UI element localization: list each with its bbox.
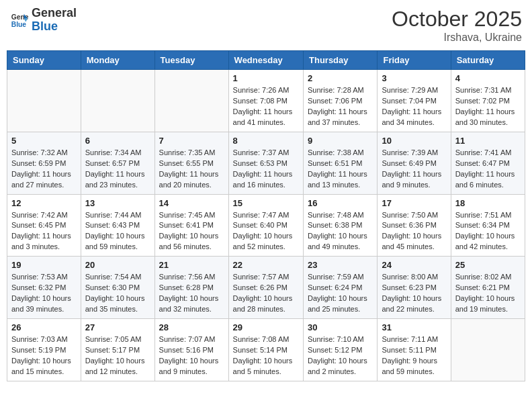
weekday-header-friday: Friday — [378, 51, 451, 70]
day-info: Sunrise: 7:50 AM Sunset: 6:36 PM Dayligh… — [382, 210, 446, 253]
weekday-header-saturday: Saturday — [451, 51, 525, 70]
day-info: Sunrise: 7:39 AM Sunset: 6:49 PM Dayligh… — [382, 148, 446, 191]
day-number: 16 — [308, 198, 373, 208]
day-info: Sunrise: 8:00 AM Sunset: 6:23 PM Dayligh… — [382, 272, 446, 315]
calendar-cell: 17Sunrise: 7:50 AM Sunset: 6:36 PM Dayli… — [378, 194, 451, 257]
weekday-header-thursday: Thursday — [304, 51, 378, 70]
day-number: 20 — [85, 260, 150, 270]
day-info: Sunrise: 7:48 AM Sunset: 6:38 PM Dayligh… — [308, 210, 373, 253]
calendar-cell: 8Sunrise: 7:37 AM Sunset: 6:53 PM Daylig… — [228, 132, 303, 194]
calendar-cell: 7Sunrise: 7:35 AM Sunset: 6:55 PM Daylig… — [154, 132, 228, 194]
day-info: Sunrise: 7:05 AM Sunset: 5:17 PM Dayligh… — [85, 334, 150, 377]
week-row-2: 5Sunrise: 7:32 AM Sunset: 6:59 PM Daylig… — [7, 132, 525, 194]
calendar-cell: 13Sunrise: 7:44 AM Sunset: 6:43 PM Dayli… — [81, 194, 154, 257]
svg-text:Blue: Blue — [11, 21, 27, 28]
logo: General Blue General Blue — [10, 7, 77, 34]
week-row-1: 1Sunrise: 7:26 AM Sunset: 7:08 PM Daylig… — [7, 70, 525, 132]
day-info: Sunrise: 7:29 AM Sunset: 7:04 PM Dayligh… — [382, 85, 446, 128]
calendar-cell: 14Sunrise: 7:45 AM Sunset: 6:41 PM Dayli… — [154, 194, 228, 257]
day-info: Sunrise: 7:03 AM Sunset: 5:19 PM Dayligh… — [11, 334, 77, 377]
day-info: Sunrise: 7:37 AM Sunset: 6:53 PM Dayligh… — [233, 148, 299, 191]
day-info: Sunrise: 7:41 AM Sunset: 6:47 PM Dayligh… — [455, 148, 521, 191]
calendar-cell: 12Sunrise: 7:42 AM Sunset: 6:45 PM Dayli… — [7, 194, 81, 257]
calendar-cell: 29Sunrise: 7:08 AM Sunset: 5:14 PM Dayli… — [228, 319, 303, 381]
day-info: Sunrise: 7:38 AM Sunset: 6:51 PM Dayligh… — [308, 148, 373, 191]
day-number: 24 — [382, 260, 446, 270]
calendar-cell: 18Sunrise: 7:51 AM Sunset: 6:34 PM Dayli… — [451, 194, 525, 257]
calendar-cell: 30Sunrise: 7:10 AM Sunset: 5:12 PM Dayli… — [304, 319, 378, 381]
page-header: General Blue General Blue October 2025 I… — [7, 7, 525, 44]
week-row-3: 12Sunrise: 7:42 AM Sunset: 6:45 PM Dayli… — [7, 194, 525, 257]
calendar-cell: 6Sunrise: 7:34 AM Sunset: 6:57 PM Daylig… — [81, 132, 154, 194]
calendar-cell: 26Sunrise: 7:03 AM Sunset: 5:19 PM Dayli… — [7, 319, 81, 381]
day-number: 15 — [233, 198, 299, 208]
location: Irshava, Ukraine — [392, 32, 522, 44]
day-number: 19 — [11, 260, 77, 270]
day-number: 2 — [308, 73, 373, 83]
day-info: Sunrise: 7:10 AM Sunset: 5:12 PM Dayligh… — [308, 334, 373, 377]
calendar-cell: 3Sunrise: 7:29 AM Sunset: 7:04 PM Daylig… — [378, 70, 451, 132]
calendar-cell: 15Sunrise: 7:47 AM Sunset: 6:40 PM Dayli… — [228, 194, 303, 257]
day-number: 25 — [455, 260, 521, 270]
day-info: Sunrise: 7:34 AM Sunset: 6:57 PM Dayligh… — [85, 148, 150, 191]
calendar-cell: 31Sunrise: 7:11 AM Sunset: 5:11 PM Dayli… — [378, 319, 451, 381]
day-info: Sunrise: 7:51 AM Sunset: 6:34 PM Dayligh… — [455, 210, 521, 253]
day-number: 5 — [11, 136, 77, 146]
calendar-cell: 10Sunrise: 7:39 AM Sunset: 6:49 PM Dayli… — [378, 132, 451, 194]
logo-icon: General Blue — [10, 11, 29, 30]
day-info: Sunrise: 7:31 AM Sunset: 7:02 PM Dayligh… — [455, 85, 521, 128]
day-number: 12 — [11, 198, 77, 208]
day-number: 4 — [455, 73, 521, 83]
day-info: Sunrise: 7:59 AM Sunset: 6:24 PM Dayligh… — [308, 272, 373, 315]
day-info: Sunrise: 7:07 AM Sunset: 5:16 PM Dayligh… — [159, 334, 224, 377]
day-number: 18 — [455, 198, 521, 208]
day-info: Sunrise: 7:57 AM Sunset: 6:26 PM Dayligh… — [233, 272, 299, 315]
calendar-cell: 4Sunrise: 7:31 AM Sunset: 7:02 PM Daylig… — [451, 70, 525, 132]
calendar-cell — [81, 70, 154, 132]
calendar-cell — [154, 70, 228, 132]
calendar-cell: 19Sunrise: 7:53 AM Sunset: 6:32 PM Dayli… — [7, 257, 81, 319]
calendar-cell — [451, 319, 525, 381]
calendar-cell: 1Sunrise: 7:26 AM Sunset: 7:08 PM Daylig… — [228, 70, 303, 132]
day-info: Sunrise: 7:54 AM Sunset: 6:30 PM Dayligh… — [85, 272, 150, 315]
logo-text: General Blue — [32, 7, 77, 34]
day-info: Sunrise: 7:56 AM Sunset: 6:28 PM Dayligh… — [159, 272, 224, 315]
day-info: Sunrise: 7:32 AM Sunset: 6:59 PM Dayligh… — [11, 148, 77, 191]
calendar-cell: 11Sunrise: 7:41 AM Sunset: 6:47 PM Dayli… — [451, 132, 525, 194]
calendar-cell: 27Sunrise: 7:05 AM Sunset: 5:17 PM Dayli… — [81, 319, 154, 381]
day-info: Sunrise: 7:35 AM Sunset: 6:55 PM Dayligh… — [159, 148, 224, 191]
calendar-cell: 21Sunrise: 7:56 AM Sunset: 6:28 PM Dayli… — [154, 257, 228, 319]
calendar-cell: 24Sunrise: 8:00 AM Sunset: 6:23 PM Dayli… — [378, 257, 451, 319]
day-info: Sunrise: 7:44 AM Sunset: 6:43 PM Dayligh… — [85, 210, 150, 253]
day-number: 7 — [159, 136, 224, 146]
weekday-header-row: SundayMondayTuesdayWednesdayThursdayFrid… — [7, 51, 525, 70]
day-number: 8 — [233, 136, 299, 146]
day-number: 29 — [233, 322, 299, 332]
day-info: Sunrise: 7:08 AM Sunset: 5:14 PM Dayligh… — [233, 334, 299, 377]
weekday-header-monday: Monday — [81, 51, 154, 70]
day-info: Sunrise: 8:02 AM Sunset: 6:21 PM Dayligh… — [455, 272, 521, 315]
calendar-cell: 16Sunrise: 7:48 AM Sunset: 6:38 PM Dayli… — [304, 194, 378, 257]
day-info: Sunrise: 7:28 AM Sunset: 7:06 PM Dayligh… — [308, 85, 373, 128]
day-number: 10 — [382, 136, 446, 146]
day-info: Sunrise: 7:53 AM Sunset: 6:32 PM Dayligh… — [11, 272, 77, 315]
calendar-cell: 28Sunrise: 7:07 AM Sunset: 5:16 PM Dayli… — [154, 319, 228, 381]
calendar-cell: 2Sunrise: 7:28 AM Sunset: 7:06 PM Daylig… — [304, 70, 378, 132]
weekday-header-wednesday: Wednesday — [228, 51, 303, 70]
day-info: Sunrise: 7:26 AM Sunset: 7:08 PM Dayligh… — [233, 85, 299, 128]
day-info: Sunrise: 7:45 AM Sunset: 6:41 PM Dayligh… — [159, 210, 224, 253]
calendar-cell — [7, 70, 81, 132]
day-info: Sunrise: 7:47 AM Sunset: 6:40 PM Dayligh… — [233, 210, 299, 253]
calendar-cell: 5Sunrise: 7:32 AM Sunset: 6:59 PM Daylig… — [7, 132, 81, 194]
day-info: Sunrise: 7:42 AM Sunset: 6:45 PM Dayligh… — [11, 210, 77, 253]
day-number: 9 — [308, 136, 373, 146]
day-number: 17 — [382, 198, 446, 208]
day-number: 26 — [11, 322, 77, 332]
weekday-header-sunday: Sunday — [7, 51, 81, 70]
day-number: 13 — [85, 198, 150, 208]
week-row-5: 26Sunrise: 7:03 AM Sunset: 5:19 PM Dayli… — [7, 319, 525, 381]
day-info: Sunrise: 7:11 AM Sunset: 5:11 PM Dayligh… — [382, 334, 446, 377]
day-number: 1 — [233, 73, 299, 83]
day-number: 21 — [159, 260, 224, 270]
calendar-cell: 25Sunrise: 8:02 AM Sunset: 6:21 PM Dayli… — [451, 257, 525, 319]
